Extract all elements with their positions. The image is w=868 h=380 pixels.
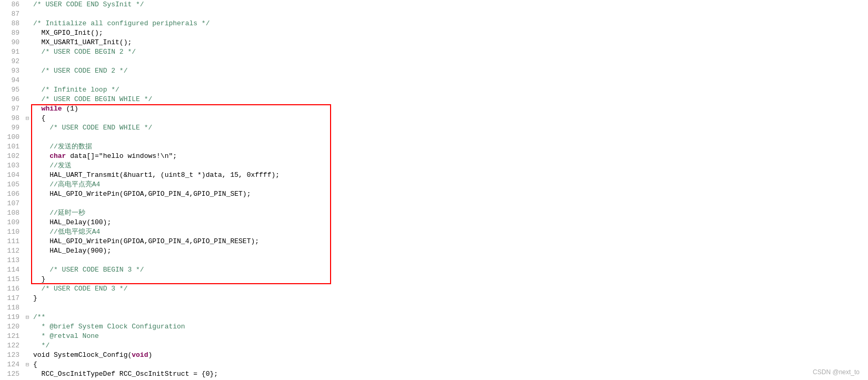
- code-line: 123 void SystemClock_Config(void): [0, 351, 868, 360]
- line-content: [31, 303, 868, 313]
- fold-gutter: [24, 66, 31, 76]
- code-line: 120 * @brief System Clock Configuration: [0, 322, 868, 332]
- editor-container: 86 /* USER CODE END SysInit */87 88 /* I…: [0, 0, 868, 380]
- fold-gutter: [24, 152, 31, 161]
- code-token: (1): [62, 105, 78, 113]
- line-number: 116: [0, 284, 24, 294]
- line-number: 115: [0, 275, 24, 284]
- code-token: //高电平点亮A4: [49, 181, 100, 188]
- code-line: 106 HAL_GPIO_WritePin(GPIOA,GPIO_PIN_4,G…: [0, 189, 868, 199]
- line-content: * @brief System Clock Configuration: [31, 322, 868, 332]
- code-line: 89 MX_GPIO_Init();: [0, 28, 868, 38]
- line-content: HAL_Delay(100);: [31, 218, 868, 227]
- line-number: 91: [0, 47, 24, 57]
- line-content: while (1): [31, 104, 868, 114]
- code-token: [33, 266, 49, 274]
- code-token: {: [33, 114, 45, 122]
- fold-gutter[interactable]: ⊟: [24, 114, 31, 123]
- code-token: /* USER CODE END 3 */: [42, 285, 128, 293]
- fold-gutter: [24, 180, 31, 189]
- fold-gutter: [24, 208, 31, 218]
- code-token: //低电平熄灭A4: [49, 228, 100, 236]
- line-number: 112: [0, 246, 24, 256]
- fold-gutter: [24, 218, 31, 227]
- fold-gutter[interactable]: ⊟: [24, 360, 31, 369]
- code-line: 121 * @retval None: [0, 332, 868, 341]
- code-token: /* USER CODE BEGIN WHILE */: [42, 95, 153, 103]
- line-content: [31, 256, 868, 265]
- fold-gutter: [24, 256, 31, 265]
- code-line: 125 RCC_OscInitTypeDef RCC_OscInitStruct…: [0, 369, 868, 379]
- line-content: [31, 133, 868, 142]
- code-line: 93 /* USER CODE END 2 */: [0, 66, 868, 76]
- code-line: 108 //延时一秒: [0, 208, 868, 218]
- code-token: * @retval None: [33, 332, 99, 340]
- line-number: 110: [0, 227, 24, 237]
- code-line: 113: [0, 256, 868, 265]
- fold-gutter: [24, 161, 31, 171]
- code-line: 87: [0, 9, 868, 19]
- line-content: void SystemClock_Config(void): [31, 351, 868, 360]
- code-line: 99 /* USER CODE END WHILE */: [0, 123, 868, 133]
- line-number: 109: [0, 218, 24, 227]
- code-token: ): [148, 351, 152, 359]
- code-line: 115 }: [0, 275, 868, 284]
- code-token: /* Infinite loop */: [42, 86, 119, 94]
- code-token: [33, 181, 49, 188]
- code-token: void: [132, 351, 148, 359]
- code-token: {: [33, 361, 37, 368]
- code-line: 101 //发送的数据: [0, 142, 868, 152]
- code-token: char: [49, 152, 66, 160]
- fold-gutter: [24, 303, 31, 313]
- fold-gutter: [24, 76, 31, 85]
- code-line: 107: [0, 199, 868, 208]
- line-content: HAL_GPIO_WritePin(GPIOA,GPIO_PIN_4,GPIO_…: [31, 189, 868, 199]
- fold-gutter[interactable]: ⊟: [24, 313, 31, 322]
- line-number: 114: [0, 265, 24, 275]
- code-token: data[]="hello windows!\n";: [66, 152, 177, 160]
- line-number: 111: [0, 237, 24, 246]
- fold-gutter: [24, 19, 31, 28]
- code-line: 98⊟ {: [0, 114, 868, 123]
- line-content: //延时一秒: [31, 208, 868, 218]
- line-number: 100: [0, 133, 24, 142]
- line-content: [31, 9, 868, 19]
- code-token: [33, 105, 42, 113]
- code-token: HAL_Delay(900);: [33, 247, 111, 255]
- code-token: //发送的数据: [49, 143, 92, 151]
- line-number: 121: [0, 332, 24, 341]
- code-line: 90 MX_USART1_UART_Init();: [0, 38, 868, 47]
- code-token: /* USER CODE BEGIN 2 */: [42, 48, 136, 56]
- code-line: 122 */: [0, 341, 868, 351]
- fold-gutter: [24, 28, 31, 38]
- code-token: //发送: [49, 162, 72, 169]
- fold-gutter: [24, 275, 31, 284]
- code-line: 100: [0, 133, 868, 142]
- fold-gutter: [24, 199, 31, 208]
- line-content: /* USER CODE BEGIN WHILE */: [31, 95, 868, 104]
- code-line: 109 HAL_Delay(100);: [0, 218, 868, 227]
- line-number: 93: [0, 66, 24, 76]
- fold-gutter: [24, 57, 31, 66]
- code-token: }: [33, 275, 45, 283]
- fold-gutter: [24, 332, 31, 341]
- code-token: /* USER CODE END WHILE */: [49, 124, 152, 132]
- code-token: HAL_UART_Transmit(&huart1, (uint8_t *)da…: [33, 171, 280, 179]
- line-content: /* USER CODE BEGIN 2 */: [31, 47, 868, 57]
- line-number: 101: [0, 142, 24, 152]
- line-number: 125: [0, 369, 24, 379]
- line-number: 118: [0, 303, 24, 313]
- code-token: */: [33, 342, 49, 349]
- code-line: 105 //高电平点亮A4: [0, 180, 868, 189]
- line-number: 96: [0, 95, 24, 104]
- line-number: 98: [0, 114, 24, 123]
- line-content: [31, 57, 868, 66]
- fold-gutter: [24, 0, 31, 9]
- line-number: 124: [0, 360, 24, 369]
- code-token: RCC_OscInitTypeDef RCC_OscInitStruct = {…: [33, 370, 218, 378]
- fold-gutter: [24, 38, 31, 47]
- code-token: [33, 228, 49, 236]
- code-token: /* USER CODE END 2 */: [42, 67, 128, 75]
- fold-gutter: [24, 227, 31, 237]
- line-number: 94: [0, 76, 24, 85]
